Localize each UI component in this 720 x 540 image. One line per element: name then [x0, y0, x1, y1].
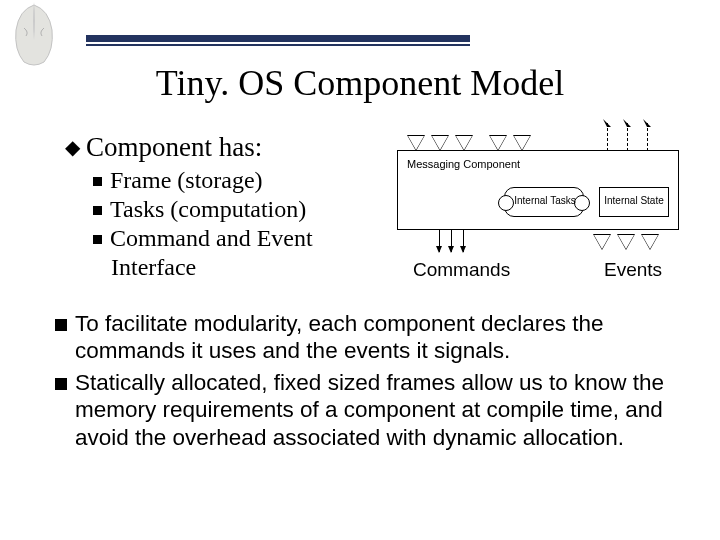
triangle-icon [641, 234, 659, 250]
internal-state-label: Internal State [601, 195, 667, 206]
divider-thin [86, 44, 470, 46]
square-bullet-icon [93, 206, 102, 215]
component-label: Messaging Component [407, 158, 520, 170]
diamond-bullet-icon: ◆ [65, 136, 80, 158]
divider-thick [86, 35, 470, 42]
triangle-icon [407, 135, 425, 151]
square-bullet-icon [55, 378, 67, 390]
events-label: Events [604, 259, 662, 281]
arrow-down-icon [451, 230, 452, 252]
component-diagram: Messaging Component Internal Tasks Inter… [389, 125, 697, 295]
triangle-icon [593, 234, 611, 250]
slide: Tiny. OS Component Model ◆Component has:… [0, 0, 720, 540]
slide-title: Tiny. OS Component Model [0, 62, 720, 104]
lower-bullet-2: Statically allocated, fixed sized frames… [55, 369, 680, 451]
heading-text: Component has: [86, 132, 262, 162]
helmet-icon [4, 0, 64, 70]
arrowheads-icon [599, 119, 659, 129]
lower-bullet-1: To facilitate modularity, each component… [55, 310, 680, 365]
triangle-icon [617, 234, 635, 250]
square-bullet-icon [93, 235, 102, 244]
arrow-down-icon [463, 230, 464, 252]
lower-text: To facilitate modularity, each component… [55, 310, 680, 455]
triangle-icon [489, 135, 507, 151]
arrow-down-icon [439, 230, 440, 252]
triangle-icon [513, 135, 531, 151]
square-bullet-icon [55, 319, 67, 331]
internal-tasks-label: Internal Tasks [514, 195, 576, 206]
commands-label: Commands [413, 259, 510, 281]
triangle-icon [431, 135, 449, 151]
square-bullet-icon [93, 177, 102, 186]
triangle-icon [455, 135, 473, 151]
